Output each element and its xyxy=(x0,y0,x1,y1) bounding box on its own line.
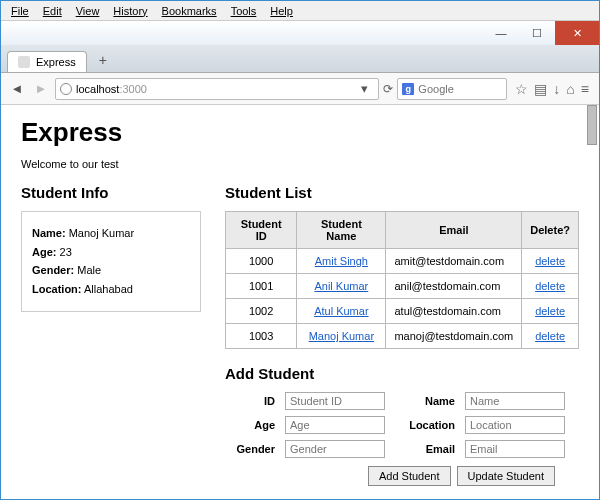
cell-delete: delete xyxy=(522,249,579,274)
url-bar[interactable]: localhost:3000 ▾ xyxy=(55,78,379,100)
download-icon[interactable]: ↓ xyxy=(553,81,560,97)
cell-email: anil@testdomain.com xyxy=(386,274,522,299)
clipboard-icon[interactable]: ▤ xyxy=(534,81,547,97)
cell-delete: delete xyxy=(522,274,579,299)
cell-email: atul@testdomain.com xyxy=(386,299,522,324)
menu-edit[interactable]: Edit xyxy=(37,3,68,19)
delete-link[interactable]: delete xyxy=(535,280,565,292)
info-gender-label: Gender: xyxy=(32,264,74,276)
favicon-icon xyxy=(18,56,30,68)
cell-delete: delete xyxy=(522,299,579,324)
student-link[interactable]: Anil Kumar xyxy=(314,280,368,292)
scrollbar[interactable] xyxy=(585,105,597,499)
info-age-value: 23 xyxy=(60,246,72,258)
cell-name: Manoj Kumar xyxy=(297,324,386,349)
add-student-form: ID Name Age Location Gender Email xyxy=(225,392,579,458)
page-content: Express Welcome to our test Student Info… xyxy=(1,105,599,499)
id-label: ID xyxy=(225,395,275,407)
info-age-label: Age: xyxy=(32,246,56,258)
age-field[interactable] xyxy=(285,416,385,434)
cell-id: 1002 xyxy=(226,299,297,324)
cell-id: 1000 xyxy=(226,249,297,274)
close-button[interactable]: ✕ xyxy=(555,21,599,45)
back-button[interactable]: ◄ xyxy=(7,79,27,99)
delete-link[interactable]: delete xyxy=(535,255,565,267)
menu-file[interactable]: File xyxy=(5,3,35,19)
info-location-label: Location: xyxy=(32,283,82,295)
menu-icon[interactable]: ≡ xyxy=(581,81,589,97)
delete-link[interactable]: delete xyxy=(535,305,565,317)
name-label: Name xyxy=(395,395,455,407)
search-input[interactable] xyxy=(418,83,488,95)
email-label: Email xyxy=(395,443,455,455)
maximize-button[interactable]: ☐ xyxy=(519,21,555,45)
minimize-button[interactable]: — xyxy=(483,21,519,45)
location-field[interactable] xyxy=(465,416,565,434)
student-link[interactable]: Atul Kumar xyxy=(314,305,368,317)
cell-id: 1001 xyxy=(226,274,297,299)
menu-history[interactable]: History xyxy=(107,3,153,19)
url-input[interactable]: localhost:3000 xyxy=(76,83,350,95)
gender-field[interactable] xyxy=(285,440,385,458)
cell-name: Amit Singh xyxy=(297,249,386,274)
cell-delete: delete xyxy=(522,324,579,349)
cell-name: Atul Kumar xyxy=(297,299,386,324)
menu-bar: File Edit View History Bookmarks Tools H… xyxy=(1,1,599,21)
table-row: 1000Amit Singhamit@testdomain.comdelete xyxy=(226,249,579,274)
home-icon[interactable]: ⌂ xyxy=(566,81,574,97)
scroll-thumb[interactable] xyxy=(587,105,597,145)
toolbar-icons: ☆ ▤ ↓ ⌂ ≡ xyxy=(511,81,593,97)
col-id: Student ID xyxy=(226,212,297,249)
page-title: Express xyxy=(21,117,579,148)
student-info-box: Name: Manoj Kumar Age: 23 Gender: Male L… xyxy=(21,211,201,312)
google-icon: g xyxy=(402,83,414,95)
info-gender-value: Male xyxy=(77,264,101,276)
delete-link[interactable]: delete xyxy=(535,330,565,342)
student-link[interactable]: Amit Singh xyxy=(315,255,368,267)
table-row: 1003Manoj Kumarmanoj@testdomain.comdelet… xyxy=(226,324,579,349)
dropdown-icon[interactable]: ▾ xyxy=(354,79,374,99)
tab-express[interactable]: Express xyxy=(7,51,87,72)
student-info-heading: Student Info xyxy=(21,184,201,201)
name-field[interactable] xyxy=(465,392,565,410)
title-bar: — ☐ ✕ xyxy=(1,21,599,45)
col-name: Student Name xyxy=(297,212,386,249)
forward-button: ► xyxy=(31,79,51,99)
add-student-button[interactable]: Add Student xyxy=(368,466,451,486)
age-label: Age xyxy=(225,419,275,431)
info-name-value: Manoj Kumar xyxy=(69,227,134,239)
cell-email: manoj@testdomain.com xyxy=(386,324,522,349)
cell-email: amit@testdomain.com xyxy=(386,249,522,274)
menu-view[interactable]: View xyxy=(70,3,106,19)
welcome-text: Welcome to our test xyxy=(21,158,579,170)
browser-window: File Edit View History Bookmarks Tools H… xyxy=(0,0,600,500)
menu-bookmarks[interactable]: Bookmarks xyxy=(156,3,223,19)
globe-icon xyxy=(60,83,72,95)
col-email: Email xyxy=(386,212,522,249)
tab-title: Express xyxy=(36,56,76,68)
student-table: Student ID Student Name Email Delete? 10… xyxy=(225,211,579,349)
id-field[interactable] xyxy=(285,392,385,410)
gender-label: Gender xyxy=(225,443,275,455)
col-delete: Delete? xyxy=(522,212,579,249)
info-name-label: Name: xyxy=(32,227,66,239)
bookmark-icon[interactable]: ☆ xyxy=(515,81,528,97)
email-field[interactable] xyxy=(465,440,565,458)
new-tab-button[interactable]: + xyxy=(91,48,115,72)
student-link[interactable]: Manoj Kumar xyxy=(309,330,374,342)
reload-button[interactable]: ⟳ xyxy=(383,82,393,96)
update-student-button[interactable]: Update Student xyxy=(457,466,555,486)
menu-tools[interactable]: Tools xyxy=(225,3,263,19)
cell-name: Anil Kumar xyxy=(297,274,386,299)
cell-id: 1003 xyxy=(226,324,297,349)
info-location-value: Allahabad xyxy=(84,283,133,295)
nav-bar: ◄ ► localhost:3000 ▾ ⟳ g ☆ ▤ ↓ ⌂ ≡ xyxy=(1,73,599,105)
tab-bar: Express + xyxy=(1,45,599,73)
add-student-heading: Add Student xyxy=(225,365,579,382)
search-bar[interactable]: g xyxy=(397,78,507,100)
table-row: 1001Anil Kumaranil@testdomain.comdelete xyxy=(226,274,579,299)
table-row: 1002Atul Kumaratul@testdomain.comdelete xyxy=(226,299,579,324)
student-list-heading: Student List xyxy=(225,184,579,201)
location-label: Location xyxy=(395,419,455,431)
menu-help[interactable]: Help xyxy=(264,3,299,19)
